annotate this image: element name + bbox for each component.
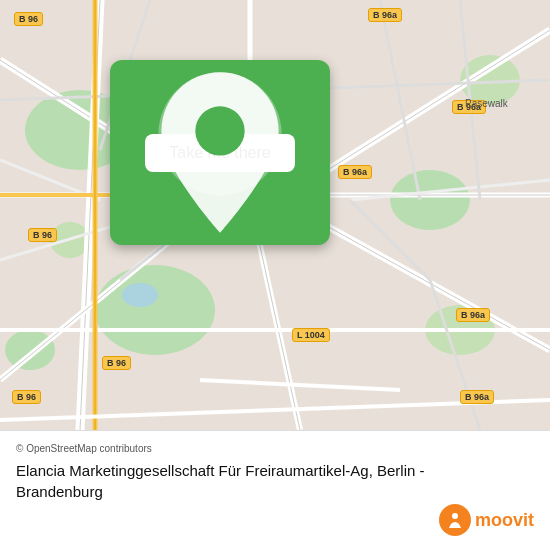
- svg-point-8: [122, 283, 158, 307]
- place-title: Elancia Marketinggesellschaft Für Freira…: [16, 460, 456, 502]
- svg-point-2: [95, 265, 215, 355]
- map-area: B 96 B 96a B 96a B 96a B 96 B 96a L 1004…: [0, 0, 550, 430]
- road-label-b96-mid: B 96: [28, 228, 57, 242]
- road-label-b96a-top: B 96a: [368, 8, 402, 22]
- svg-point-3: [390, 170, 470, 230]
- pasewalk-label: Pasewalk: [465, 98, 508, 109]
- svg-point-6: [5, 330, 55, 370]
- location-pin-icon: [110, 60, 330, 245]
- location-card: Take me there: [110, 60, 330, 245]
- moovit-text: moovit: [475, 510, 534, 531]
- road-label-b96a-lower: B 96a: [456, 308, 490, 322]
- svg-point-42: [452, 513, 458, 519]
- copyright-text: © OpenStreetMap contributors: [16, 443, 152, 454]
- app-container: B 96 B 96a B 96a B 96a B 96 B 96a L 1004…: [0, 0, 550, 550]
- moovit-logo: moovit: [439, 504, 534, 536]
- road-label-b96-bottom: B 96: [102, 356, 131, 370]
- copyright-bar: © OpenStreetMap contributors: [16, 443, 534, 454]
- road-label-l1004: L 1004: [292, 328, 330, 342]
- road-label-b96-top: B 96: [14, 12, 43, 26]
- bottom-panel: © OpenStreetMap contributors Elancia Mar…: [0, 430, 550, 550]
- svg-point-41: [195, 106, 244, 155]
- moovit-icon: [439, 504, 471, 536]
- road-label-b96a-bottom: B 96a: [460, 390, 494, 404]
- road-label-b96-bottom2: B 96: [12, 390, 41, 404]
- road-label-b96a-mid2: B 96a: [338, 165, 372, 179]
